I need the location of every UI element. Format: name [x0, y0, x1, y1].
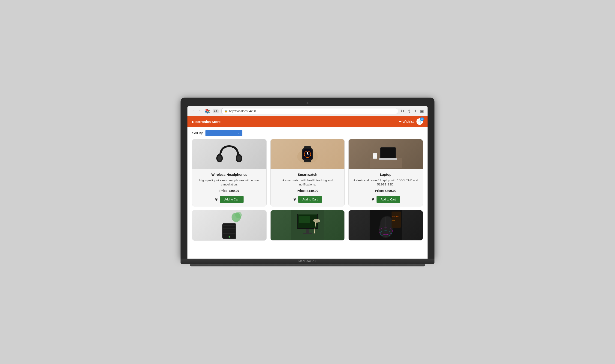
svg-rect-37 — [303, 233, 312, 234]
svg-rect-35 — [299, 216, 310, 223]
product-price-headphones: Price: £99.99 — [220, 189, 239, 193]
laptop-frame: ‹ › 📚 AA 🔒 http://localhost:4200 ↻ ⇪ + ▣ — [181, 98, 434, 266]
screen: ‹ › 📚 AA 🔒 http://localhost:4200 ↻ ⇪ + ▣ — [187, 106, 428, 259]
product-desc-headphones: High-quality wireless headphones with no… — [196, 178, 263, 187]
bookmarks-icon[interactable]: 📚 — [205, 109, 210, 114]
smartwatch-svg — [293, 139, 322, 169]
product-price-laptop: Price: £899.99 — [375, 189, 396, 193]
svg-point-3 — [237, 156, 241, 161]
product-desc-smartwatch: A smartwatch with health tracking and no… — [274, 178, 341, 187]
product-image-smartwatch — [270, 139, 345, 169]
wishlist-label: Wishlist — [403, 120, 414, 123]
product-info-smartwatch: Smartwatch A smartwatch with health trac… — [270, 169, 345, 206]
add-to-cart-smartwatch[interactable]: Add to Cart — [298, 196, 322, 203]
header-right: ❤ Wishlist 🛒 0 — [399, 118, 423, 125]
reload-button[interactable]: ↻ — [401, 109, 404, 114]
back-button[interactable]: ‹ — [191, 109, 195, 114]
product-card-smartwatch: Smartwatch A smartwatch with health trac… — [270, 139, 345, 207]
screen-bezel: ‹ › 📚 AA 🔒 http://localhost:4200 ↻ ⇪ + ▣ — [181, 98, 434, 259]
reader-mode[interactable]: AA — [213, 109, 219, 113]
sort-select[interactable]: Price: Low to High Price: High to Low Na… — [205, 130, 242, 136]
monitor-svg — [291, 210, 324, 240]
laptop-label: MacBook Air — [298, 260, 317, 263]
sort-select-wrapper: Price: Low to High Price: High to Low Na… — [205, 130, 242, 136]
product-card-mouse: AORUS RGB — [348, 210, 423, 241]
svg-point-16 — [373, 157, 377, 159]
store-container: Electronics Store ❤ Wishlist 🛒 0 — [187, 116, 428, 259]
product-name-laptop: Laptop — [380, 172, 391, 176]
product-card-headphones: Wireless Headphones High-quality wireles… — [192, 139, 267, 207]
product-image-monitor — [270, 210, 345, 240]
product-image-mouse: AORUS RGB — [348, 210, 423, 240]
sort-label: Sort By — [192, 131, 203, 135]
browser-actions: ↻ ⇪ + ▣ — [401, 109, 424, 114]
wishlist-heart-laptop[interactable]: ♥ — [372, 197, 374, 202]
svg-point-21 — [235, 212, 242, 218]
camera — [307, 102, 308, 104]
product-card-laptop: Laptop A sleek and powerful laptop with … — [348, 139, 423, 207]
product-image-laptop — [348, 139, 423, 169]
forward-button[interactable]: › — [198, 109, 202, 114]
tabs-button[interactable]: ▣ — [420, 109, 424, 114]
heart-icon: ❤ — [399, 120, 402, 123]
headphones-svg — [215, 142, 243, 167]
product-card-speaker — [192, 210, 267, 241]
product-name-headphones: Wireless Headphones — [211, 172, 247, 176]
svg-text:RGB: RGB — [392, 220, 395, 221]
svg-point-39 — [313, 219, 320, 223]
svg-point-30 — [228, 236, 230, 238]
lock-icon: 🔒 — [224, 110, 228, 113]
product-info-headphones: Wireless Headphones High-quality wireles… — [192, 169, 267, 206]
cart-button[interactable]: 🛒 0 — [416, 118, 423, 125]
wishlist-heart-smartwatch[interactable]: ♥ — [293, 197, 296, 202]
product-actions-smartwatch: ♥ Add to Cart — [293, 196, 322, 203]
store-header: Electronics Store ❤ Wishlist 🛒 0 — [187, 116, 428, 127]
product-image-headphones — [192, 139, 267, 169]
wishlist-heart-headphones[interactable]: ♥ — [215, 197, 218, 202]
add-to-cart-laptop[interactable]: Add to Cart — [376, 196, 400, 203]
product-card-monitor — [270, 210, 345, 241]
store-title: Electronics Store — [192, 120, 220, 124]
address-bar[interactable]: 🔒 http://localhost:4200 — [221, 108, 398, 114]
product-image-speaker — [192, 210, 267, 240]
sort-bar: Sort By Price: Low to High Price: High t… — [187, 127, 428, 139]
new-tab-button[interactable]: + — [414, 109, 417, 114]
wishlist-button[interactable]: ❤ Wishlist — [399, 120, 414, 123]
svg-text:AORUS: AORUS — [392, 216, 399, 218]
svg-rect-36 — [306, 229, 309, 234]
product-name-smartwatch: Smartwatch — [298, 172, 317, 176]
laptop-foot — [190, 264, 425, 266]
svg-rect-19 — [381, 148, 395, 158]
mouse-svg: AORUS RGB — [370, 210, 402, 240]
product-actions-laptop: ♥ Add to Cart — [372, 196, 400, 203]
url-text: http://localhost:4200 — [229, 109, 256, 113]
laptop-base: MacBook Air — [181, 259, 434, 264]
product-desc-laptop: A sleek and powerful laptop with 16GB RA… — [352, 178, 419, 187]
product-info-laptop: Laptop A sleek and powerful laptop with … — [348, 169, 423, 206]
product-actions-headphones: ♥ Add to Cart — [215, 196, 244, 203]
svg-point-1 — [217, 156, 222, 161]
speaker-svg — [215, 210, 243, 240]
svg-point-15 — [373, 153, 377, 155]
share-button[interactable]: ⇪ — [407, 109, 411, 114]
products-grid: Wireless Headphones High-quality wireles… — [187, 139, 428, 245]
browser-chrome: ‹ › 📚 AA 🔒 http://localhost:4200 ↻ ⇪ + ▣ — [187, 106, 428, 116]
laptop-svg — [370, 141, 402, 168]
add-to-cart-headphones[interactable]: Add to Cart — [220, 196, 243, 203]
product-price-smartwatch: Price: £149.99 — [297, 189, 318, 193]
cart-badge: 0 — [420, 117, 424, 121]
